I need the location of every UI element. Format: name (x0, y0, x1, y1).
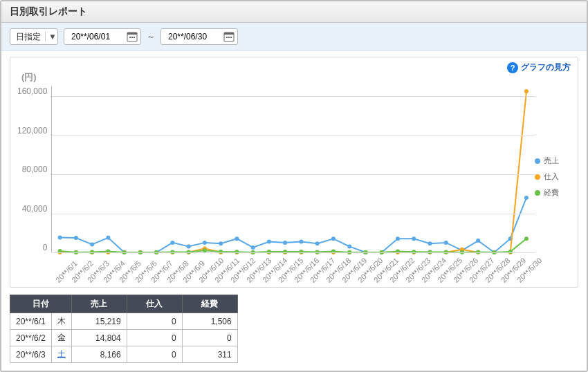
data-point[interactable] (219, 241, 223, 245)
calendar-icon[interactable] (127, 31, 138, 42)
svg-rect-4 (134, 37, 135, 38)
col-sales[interactable]: 売上 (71, 295, 127, 313)
data-point[interactable] (331, 236, 336, 241)
y-tick-label: 80,000 (22, 165, 48, 174)
data-point[interactable] (171, 241, 175, 245)
legend-label: 仕入 (544, 171, 559, 182)
plot-area (51, 86, 535, 252)
table-cell: 0 (127, 313, 182, 330)
app-frame: 日別取引レポート 日指定 ▼ ～ ? グラフの見方 (円) 160,000120… (0, 0, 588, 372)
data-point[interactable] (300, 240, 304, 244)
legend: 売上仕入経費 (535, 86, 571, 252)
table-cell: 20**/6/3 (10, 346, 52, 363)
col-purchase[interactable]: 仕入 (127, 295, 182, 313)
svg-rect-3 (131, 37, 133, 38)
svg-rect-2 (129, 37, 131, 38)
data-point[interactable] (412, 236, 416, 241)
table-cell: 14,804 (71, 330, 127, 346)
y-axis: 160,000120,00080,00040,0000 (17, 86, 51, 252)
chart-svg (52, 86, 535, 252)
plot-wrap: 160,000120,00080,00040,0000 売上仕入経費 (17, 86, 571, 252)
series-line (60, 91, 526, 252)
chart-help-link[interactable]: ? グラフの見方 (507, 62, 571, 73)
table-cell: 金 (51, 330, 71, 346)
svg-rect-7 (226, 37, 228, 38)
date-to-field[interactable] (167, 31, 223, 42)
date-range-separator: ～ (147, 31, 155, 43)
data-point[interactable] (524, 196, 529, 200)
data-point[interactable] (90, 243, 94, 247)
table-cell: 8,166 (71, 346, 127, 363)
table-cell: 1,506 (182, 313, 237, 330)
date-mode-label: 日指定 (16, 31, 45, 43)
x-axis: 20**/6/120**/6/220**/6/320**/6/420**/6/5… (59, 254, 536, 284)
data-point[interactable] (58, 236, 62, 240)
data-point[interactable] (284, 241, 288, 245)
data-point[interactable] (524, 236, 529, 241)
data-point[interactable] (235, 236, 239, 241)
col-expense[interactable]: 経費 (182, 295, 237, 313)
date-from-input[interactable] (64, 28, 141, 45)
y-tick-label: 0 (43, 243, 48, 252)
table-cell: 20**/6/1 (10, 313, 52, 330)
date-to-input[interactable] (160, 28, 238, 45)
legend-dot-icon (535, 158, 540, 164)
data-point[interactable] (267, 240, 271, 244)
date-from-field[interactable] (70, 31, 127, 42)
table-cell: 0 (182, 330, 237, 346)
gridline (52, 96, 535, 97)
data-point[interactable] (396, 236, 400, 241)
chevron-down-icon: ▼ (45, 32, 55, 41)
svg-rect-8 (228, 37, 230, 38)
data-point[interactable] (315, 241, 320, 245)
svg-rect-9 (230, 37, 232, 38)
filter-bar: 日指定 ▼ ～ (1, 23, 587, 51)
table-cell: 0 (127, 330, 182, 346)
table-row: 20**/6/3土8,1660311 (10, 346, 238, 363)
svg-rect-1 (127, 32, 137, 35)
data-table: 日付 売上 仕入 経費 20**/6/1木15,21901,50620**/6/… (10, 295, 238, 363)
table-cell: 0 (127, 346, 182, 363)
data-point[interactable] (74, 236, 78, 240)
svg-rect-6 (224, 32, 234, 35)
help-icon: ? (507, 62, 518, 73)
legend-dot-icon (535, 174, 540, 180)
gridline (52, 136, 535, 136)
chart-card: ? グラフの見方 (円) 160,000120,00080,00040,0000… (10, 57, 578, 288)
data-point[interactable] (477, 239, 481, 243)
calendar-icon[interactable] (223, 31, 235, 42)
legend-item[interactable]: 経費 (535, 187, 571, 198)
table-cell: 311 (182, 346, 237, 363)
table-body: 20**/6/1木15,21901,50620**/6/2金14,8040020… (10, 313, 238, 363)
table-cell: 土 (51, 346, 71, 363)
data-point[interactable] (107, 236, 111, 240)
y-tick-label: 160,000 (17, 86, 47, 96)
legend-item[interactable]: 売上 (535, 156, 571, 166)
table-cell: 木 (51, 313, 71, 330)
gridline (52, 214, 535, 214)
legend-label: 経費 (544, 187, 559, 198)
data-point[interactable] (428, 241, 432, 245)
data-point[interactable] (524, 89, 529, 93)
data-point[interactable] (444, 241, 448, 245)
table-row: 20**/6/2金14,80400 (10, 330, 238, 346)
col-date[interactable]: 日付 (10, 295, 72, 313)
legend-item[interactable]: 仕入 (535, 171, 571, 182)
table-cell: 20**/6/2 (10, 330, 52, 346)
y-axis-unit: (円) (21, 71, 571, 84)
page-title: 日別取引レポート (10, 6, 87, 17)
y-tick-label: 40,000 (22, 204, 48, 214)
gridline (52, 174, 535, 175)
chart-help-label: グラフの見方 (521, 62, 571, 73)
legend-dot-icon (535, 190, 540, 196)
table-row: 20**/6/1木15,21901,506 (10, 313, 238, 330)
y-tick-label: 120,000 (17, 126, 47, 136)
table-head: 日付 売上 仕入 経費 (10, 295, 238, 313)
date-mode-dropdown[interactable]: 日指定 ▼ (10, 28, 58, 45)
legend-label: 売上 (544, 156, 559, 166)
data-point[interactable] (203, 241, 207, 245)
page-title-bar: 日別取引レポート (1, 1, 587, 23)
table-cell: 15,219 (71, 313, 127, 330)
